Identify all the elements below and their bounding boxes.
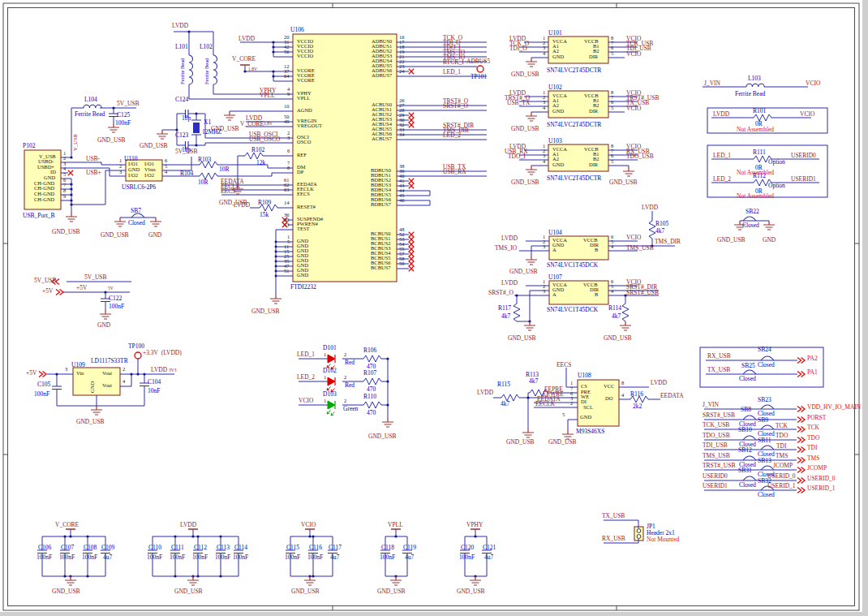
gnd-usb-sb7: GND_USB: [101, 232, 129, 239]
u106-pin-vregout: VREGOUT: [297, 123, 322, 129]
d102-pn-1: 1: [324, 375, 326, 381]
gnd-usb-bank4: GND_USB: [377, 588, 406, 595]
u106-pin-reset: RESET#: [297, 205, 316, 210]
u102-pin-dir: DIR: [589, 109, 598, 114]
c108-value: 100nF: [82, 554, 97, 561]
net-vphy-bank: VPHY: [466, 522, 483, 528]
u106-pin-osco: OSCO: [297, 140, 311, 145]
net-srst-o: SRST#_O: [443, 103, 468, 110]
r101-ref: R101: [753, 108, 766, 114]
c111-value: 100nF: [170, 554, 185, 561]
net-userid0-sb31: USERID0: [703, 473, 728, 480]
gnd-usb-bank5: GND_USB: [457, 588, 485, 595]
offpage-vdd-hv: VDD_HV_IO_MAIN: [807, 404, 861, 411]
net-led1-r111: LED_1: [713, 153, 731, 159]
net-rx-usb-sb24: RX_USB: [707, 353, 731, 360]
c115-value: 100nF: [285, 554, 300, 561]
gnd-usb-bank1: GND_USB: [52, 588, 80, 595]
u106-pin-vccio4: VCCIO: [297, 54, 313, 59]
u104-pn-4: 4: [611, 244, 613, 250]
u107-part: SN74LVC1T45DCK: [547, 307, 598, 313]
sb9-ref: SB9: [758, 417, 768, 424]
u106-pin-ref: REF: [297, 153, 307, 158]
u108-ref: U108: [578, 373, 591, 379]
net-lvdd-r101: LVDD: [713, 111, 729, 118]
sb13-ref: SB13: [758, 458, 771, 464]
u102-gnd-usb: GND_USB: [511, 126, 539, 132]
c124-ref: C124: [175, 97, 188, 103]
c105-value: 100nF: [34, 391, 49, 398]
c116-ref: C116: [309, 545, 322, 551]
u107-ref: U107: [548, 274, 562, 281]
u106-pn-46: 46: [399, 198, 405, 204]
u108-pn-2: 2: [570, 401, 573, 407]
net-tck-mid: TCK: [776, 423, 788, 429]
u110-pin-io2l: I/O2: [128, 173, 138, 179]
u101-gnd-usb: GND_USB: [511, 71, 539, 78]
u106-pn-63: 63: [284, 187, 290, 193]
u109-pn-3: 3: [65, 367, 67, 373]
u106-pin-bdbus7: BDBUS7: [371, 202, 391, 208]
c119-ref: C119: [403, 545, 416, 551]
u110-pn-3: 3: [119, 170, 122, 175]
net-5v-usb-mid: 5V_USB: [84, 274, 107, 281]
c113-value: 100nF: [215, 554, 230, 561]
u109-pin-gnd: GND: [90, 381, 96, 393]
c107-value: 100nF: [59, 554, 75, 561]
u107-net-lvdd: LVDD: [501, 280, 518, 286]
net-rx-usb-jp1: RX_USB: [602, 536, 625, 542]
c121-ref: C121: [483, 545, 496, 551]
c109-value: 4u7: [103, 554, 112, 561]
sb31-ref: SB31: [738, 467, 752, 474]
net-userid1-sb32: USERID1: [703, 483, 728, 489]
c122-5v: 5V: [108, 286, 114, 291]
u102-pin-gnd: GND: [552, 109, 564, 114]
p102-pn-9: 9: [63, 194, 66, 200]
u107-pin-a: A: [552, 292, 556, 298]
u106-pin-agnd: AGND: [297, 108, 312, 114]
c108-ref: C108: [84, 545, 97, 551]
r112-note: Not Assembled: [737, 193, 774, 200]
r107-value: 470: [367, 386, 376, 393]
u103-pn-4: 4: [543, 159, 545, 165]
net-lvdd-u109: LVDD: [151, 367, 167, 373]
net-vcore-vregout: V_CORE: [240, 121, 264, 127]
l101-value: Ferrite Bead: [180, 58, 186, 84]
u102-ref: U102: [548, 84, 562, 91]
net-usb-minus: USB-: [86, 156, 100, 162]
r115-value: 4k7: [501, 401, 509, 407]
net-5v-usb-vbus: 5V_USB: [175, 149, 198, 155]
net-led2-u106: LED_2: [443, 132, 461, 139]
l102-ref: L102: [200, 44, 213, 50]
net-userid0-r111: USERID0: [791, 153, 816, 159]
u103-pin-dir: DIR: [589, 162, 598, 168]
u108-pin-scl: SCL: [583, 405, 593, 411]
offpage-plus5v: +5V: [42, 288, 53, 295]
gnd-usb-bank2: GND_USB: [174, 588, 203, 595]
u104-pin-a: A: [552, 248, 556, 253]
c107-ref: C107: [61, 545, 74, 551]
r103-value: 10R: [219, 166, 230, 173]
u109-pn-2: 2: [122, 367, 125, 373]
vregout-18v: 1.8V: [264, 122, 273, 127]
d102-pn-2: 2: [344, 375, 346, 381]
c120-value: 100nF: [459, 554, 475, 561]
lvdd-3v3: 3V3: [169, 368, 176, 373]
d103-color: Green: [343, 406, 358, 412]
u106-pn-9: 9: [287, 92, 290, 97]
c125-value: 100nF: [115, 120, 131, 127]
u106-pn-56: 56: [284, 50, 290, 55]
offpage-plus5v-u109: +5V: [26, 370, 37, 377]
u107-net-srst-o: SRST#_O: [488, 290, 513, 296]
gnd-usb-xtal: GND_USB: [140, 143, 168, 149]
net-usb-plus: USB+: [86, 170, 101, 176]
net-j-vin: J_VIN: [704, 80, 720, 87]
offpage-tdi: TDI: [807, 445, 818, 451]
r104-ref: R104: [180, 170, 193, 177]
u109-pin-vout4: Vout: [102, 383, 112, 389]
tp101-net: ADBUS5: [466, 58, 490, 65]
sb8-ref: SB8: [741, 407, 751, 413]
net-tms-dir: TMS_DIR: [655, 239, 681, 245]
u108-pin-do: DO: [605, 396, 612, 402]
sb25-state: Closed: [739, 376, 756, 382]
